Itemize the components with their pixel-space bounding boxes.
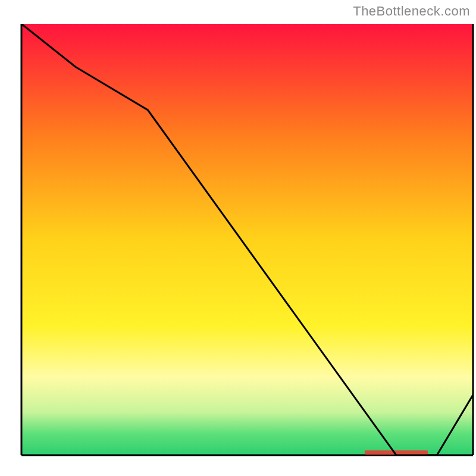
watermark-label: TheBottleneck.com	[353, 4, 470, 19]
plot-background	[21, 24, 473, 455]
bottleneck-chart	[0, 0, 476, 476]
chart-container: TheBottleneck.com	[0, 0, 476, 476]
